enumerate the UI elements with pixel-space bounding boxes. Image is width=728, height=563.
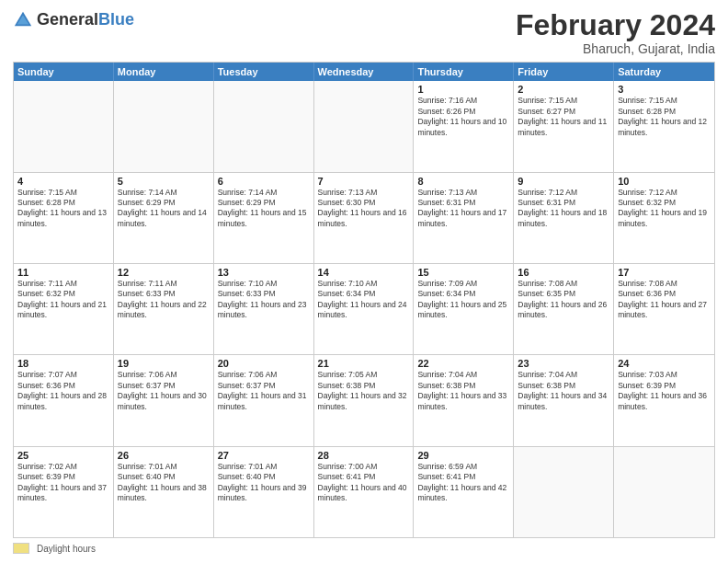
calendar: SundayMondayTuesdayWednesdayThursdayFrid… (13, 62, 715, 538)
cal-cell (114, 81, 214, 171)
cal-week-row: 1Sunrise: 7:16 AM Sunset: 6:26 PM Daylig… (14, 81, 714, 171)
cell-info: Sunrise: 7:13 AM Sunset: 6:31 PM Dayligh… (417, 188, 509, 230)
cell-info: Sunrise: 7:13 AM Sunset: 6:30 PM Dayligh… (318, 188, 410, 230)
cal-cell: 14Sunrise: 7:10 AM Sunset: 6:34 PM Dayli… (314, 264, 415, 354)
cell-info: Sunrise: 7:05 AM Sunset: 6:38 PM Dayligh… (318, 370, 410, 412)
cell-info: Sunrise: 7:10 AM Sunset: 6:34 PM Dayligh… (318, 279, 410, 321)
cal-cell (614, 447, 714, 537)
day-number: 12 (118, 267, 210, 278)
footer: Daylight hours (13, 543, 715, 554)
day-number: 7 (318, 176, 410, 187)
cal-cell: 3Sunrise: 7:15 AM Sunset: 6:28 PM Daylig… (614, 81, 714, 171)
cal-cell (314, 81, 415, 171)
day-number: 15 (417, 267, 509, 278)
cal-cell: 15Sunrise: 7:09 AM Sunset: 6:34 PM Dayli… (414, 264, 514, 354)
cal-cell: 6Sunrise: 7:14 AM Sunset: 6:29 PM Daylig… (214, 173, 314, 263)
cal-cell (214, 81, 314, 171)
cal-header-cell: Wednesday (314, 63, 415, 81)
cal-header-cell: Tuesday (214, 63, 314, 81)
cal-cell: 17Sunrise: 7:08 AM Sunset: 6:36 PM Dayli… (614, 264, 714, 354)
day-number: 21 (318, 358, 410, 369)
logo-icon (13, 9, 33, 29)
logo-blue: Blue (98, 10, 134, 29)
day-number: 26 (118, 450, 210, 461)
cal-cell: 26Sunrise: 7:01 AM Sunset: 6:40 PM Dayli… (114, 447, 214, 537)
cal-header-cell: Friday (514, 63, 614, 81)
cell-info: Sunrise: 7:15 AM Sunset: 6:28 PM Dayligh… (618, 96, 711, 138)
day-number: 14 (318, 267, 410, 278)
cal-cell: 12Sunrise: 7:11 AM Sunset: 6:33 PM Dayli… (114, 264, 214, 354)
day-number: 5 (118, 176, 210, 187)
day-number: 29 (417, 450, 509, 461)
cal-header-cell: Saturday (614, 63, 714, 81)
day-number: 13 (218, 267, 310, 278)
cell-info: Sunrise: 7:15 AM Sunset: 6:27 PM Dayligh… (518, 96, 609, 138)
day-number: 20 (218, 358, 310, 369)
cal-cell: 5Sunrise: 7:14 AM Sunset: 6:29 PM Daylig… (114, 173, 214, 263)
day-number: 24 (618, 358, 711, 369)
cal-cell: 13Sunrise: 7:10 AM Sunset: 6:33 PM Dayli… (214, 264, 314, 354)
cal-cell: 7Sunrise: 7:13 AM Sunset: 6:30 PM Daylig… (314, 173, 415, 263)
cal-cell: 27Sunrise: 7:01 AM Sunset: 6:40 PM Dayli… (214, 447, 314, 537)
day-number: 22 (417, 358, 509, 369)
cell-info: Sunrise: 7:12 AM Sunset: 6:31 PM Dayligh… (518, 188, 609, 230)
cal-cell: 20Sunrise: 7:06 AM Sunset: 6:37 PM Dayli… (214, 355, 314, 445)
cell-info: Sunrise: 7:14 AM Sunset: 6:29 PM Dayligh… (118, 188, 210, 230)
cell-info: Sunrise: 7:06 AM Sunset: 6:37 PM Dayligh… (118, 370, 210, 412)
location: Bharuch, Gujarat, India (516, 41, 715, 56)
calendar-body: 1Sunrise: 7:16 AM Sunset: 6:26 PM Daylig… (14, 81, 714, 537)
cal-cell: 22Sunrise: 7:04 AM Sunset: 6:38 PM Dayli… (414, 355, 514, 445)
calendar-header: SundayMondayTuesdayWednesdayThursdayFrid… (14, 63, 714, 81)
cal-cell: 25Sunrise: 7:02 AM Sunset: 6:39 PM Dayli… (14, 447, 114, 537)
cal-cell: 2Sunrise: 7:15 AM Sunset: 6:27 PM Daylig… (514, 81, 614, 171)
day-number: 25 (17, 450, 109, 461)
day-number: 16 (518, 267, 609, 278)
cell-info: Sunrise: 7:10 AM Sunset: 6:33 PM Dayligh… (218, 279, 310, 321)
day-number: 18 (17, 358, 109, 369)
day-number: 10 (618, 176, 711, 187)
day-number: 23 (518, 358, 609, 369)
cell-info: Sunrise: 7:16 AM Sunset: 6:26 PM Dayligh… (417, 96, 509, 138)
title-block: February 2024 Bharuch, Gujarat, India (516, 9, 715, 56)
cal-cell: 24Sunrise: 7:03 AM Sunset: 6:39 PM Dayli… (614, 355, 714, 445)
day-number: 3 (618, 84, 711, 95)
cell-info: Sunrise: 7:06 AM Sunset: 6:37 PM Dayligh… (218, 370, 310, 412)
page: GeneralBlue February 2024 Bharuch, Gujar… (0, 0, 728, 563)
day-number: 1 (417, 84, 509, 95)
cell-info: Sunrise: 7:08 AM Sunset: 6:36 PM Dayligh… (618, 279, 711, 321)
cell-info: Sunrise: 7:08 AM Sunset: 6:35 PM Dayligh… (518, 279, 609, 321)
cal-cell: 28Sunrise: 7:00 AM Sunset: 6:41 PM Dayli… (314, 447, 415, 537)
cell-info: Sunrise: 7:14 AM Sunset: 6:29 PM Dayligh… (218, 188, 310, 230)
footer-label: Daylight hours (37, 544, 96, 554)
cal-week-row: 4Sunrise: 7:15 AM Sunset: 6:28 PM Daylig… (14, 172, 714, 263)
cell-info: Sunrise: 7:04 AM Sunset: 6:38 PM Dayligh… (518, 370, 609, 412)
cal-cell: 9Sunrise: 7:12 AM Sunset: 6:31 PM Daylig… (514, 173, 614, 263)
cell-info: Sunrise: 7:03 AM Sunset: 6:39 PM Dayligh… (618, 370, 711, 412)
cell-info: Sunrise: 7:07 AM Sunset: 6:36 PM Dayligh… (17, 370, 109, 412)
day-number: 4 (17, 176, 109, 187)
logo-general: General (37, 10, 98, 29)
cell-info: Sunrise: 7:04 AM Sunset: 6:38 PM Dayligh… (417, 370, 509, 412)
cal-cell: 4Sunrise: 7:15 AM Sunset: 6:28 PM Daylig… (14, 173, 114, 263)
cal-cell: 1Sunrise: 7:16 AM Sunset: 6:26 PM Daylig… (414, 81, 514, 171)
cal-cell: 10Sunrise: 7:12 AM Sunset: 6:32 PM Dayli… (614, 173, 714, 263)
cell-info: Sunrise: 7:02 AM Sunset: 6:39 PM Dayligh… (17, 462, 109, 504)
day-number: 2 (518, 84, 609, 95)
cal-cell: 18Sunrise: 7:07 AM Sunset: 6:36 PM Dayli… (14, 355, 114, 445)
day-number: 6 (218, 176, 310, 187)
cell-info: Sunrise: 6:59 AM Sunset: 6:41 PM Dayligh… (417, 462, 509, 504)
cell-info: Sunrise: 7:11 AM Sunset: 6:32 PM Dayligh… (17, 279, 109, 321)
cal-header-cell: Thursday (414, 63, 514, 81)
daylight-swatch (13, 543, 29, 554)
day-number: 28 (318, 450, 410, 461)
day-number: 8 (417, 176, 509, 187)
cal-cell: 23Sunrise: 7:04 AM Sunset: 6:38 PM Dayli… (514, 355, 614, 445)
cell-info: Sunrise: 7:11 AM Sunset: 6:33 PM Dayligh… (118, 279, 210, 321)
cell-info: Sunrise: 7:01 AM Sunset: 6:40 PM Dayligh… (118, 462, 210, 504)
cal-cell: 16Sunrise: 7:08 AM Sunset: 6:35 PM Dayli… (514, 264, 614, 354)
day-number: 9 (518, 176, 609, 187)
cal-cell: 29Sunrise: 6:59 AM Sunset: 6:41 PM Dayli… (414, 447, 514, 537)
cell-info: Sunrise: 7:01 AM Sunset: 6:40 PM Dayligh… (218, 462, 310, 504)
cell-info: Sunrise: 7:09 AM Sunset: 6:34 PM Dayligh… (417, 279, 509, 321)
cal-cell (514, 447, 614, 537)
